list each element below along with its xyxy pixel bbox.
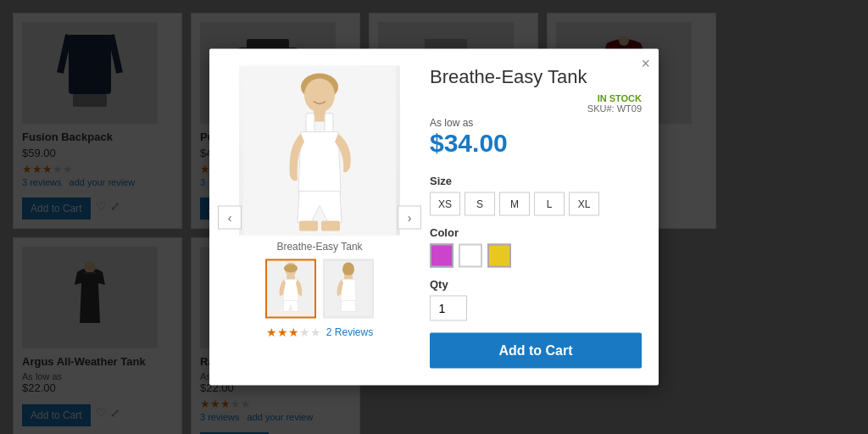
sku-info: SKU#: WT09 [587, 103, 642, 114]
svg-point-28 [284, 264, 298, 273]
product-image-label: Breathe-Easy Tank [276, 241, 362, 253]
modal-rating-row: ★★★★★ 2 Reviews [266, 326, 373, 339]
image-nav-left[interactable]: ‹ [218, 205, 242, 229]
svg-point-31 [342, 263, 354, 276]
size-l[interactable]: L [534, 192, 565, 216]
modal-info-section: Breathe-Easy Tank IN STOCK SKU#: WT09 As… [413, 66, 642, 369]
size-m[interactable]: M [499, 192, 530, 216]
as-low-as-label: As low as [430, 117, 642, 129]
qty-input[interactable] [430, 296, 467, 321]
svg-rect-23 [325, 114, 333, 134]
add-to-cart-button[interactable]: Add to Cart [430, 333, 642, 369]
product-thumbnails [265, 259, 374, 319]
size-section-label: Size [430, 175, 642, 187]
size-s[interactable]: S [465, 192, 495, 216]
qty-section-label: Qty [430, 278, 642, 291]
modal-rating-stars: ★★★★★ [266, 326, 321, 339]
product-modal: × ‹ [209, 49, 659, 386]
modal-reviews-link[interactable]: 2 Reviews [326, 326, 373, 338]
svg-rect-25 [321, 221, 340, 231]
size-xl[interactable]: XL [569, 192, 599, 216]
color-white[interactable] [459, 244, 482, 268]
svg-rect-24 [299, 221, 318, 231]
color-yellow[interactable] [487, 244, 511, 268]
size-xs[interactable]: XS [430, 192, 460, 216]
modal-product-title: Breathe-Easy Tank [430, 66, 642, 88]
qty-section [430, 296, 642, 321]
modal-close-button[interactable]: × [641, 56, 650, 71]
modal-image-section: ‹ [226, 66, 413, 369]
stock-sku-info: IN STOCK SKU#: WT09 [587, 93, 642, 114]
color-section-label: Color [430, 226, 642, 239]
main-product-image [239, 66, 400, 236]
svg-rect-22 [306, 114, 314, 134]
thumbnail-2[interactable] [323, 259, 374, 319]
image-nav-right[interactable]: › [398, 205, 421, 229]
stock-sku-row: IN STOCK SKU#: WT09 [430, 93, 642, 114]
in-stock-label: IN STOCK [587, 93, 642, 103]
svg-point-20 [304, 79, 335, 113]
color-options [430, 244, 642, 268]
product-price: $34.00 [430, 129, 642, 158]
svg-rect-21 [314, 110, 326, 122]
thumbnail-1[interactable] [265, 259, 316, 319]
color-purple[interactable] [430, 244, 453, 268]
svg-rect-32 [344, 275, 353, 280]
sku-label: SKU#: [587, 103, 615, 114]
svg-rect-29 [287, 275, 295, 280]
sku-value: WT09 [617, 103, 642, 114]
size-options: XS S M L XL [430, 192, 642, 216]
